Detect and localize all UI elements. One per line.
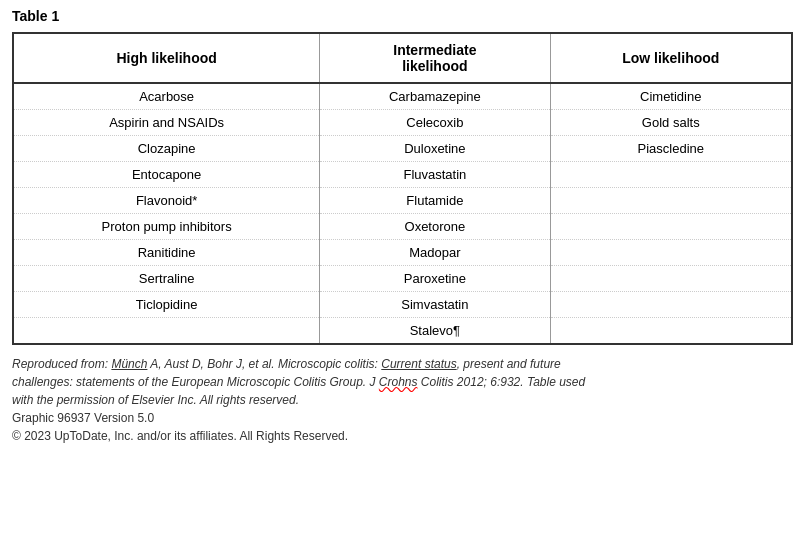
table-header-row: High likelihood Intermediatelikelihood L… (13, 33, 792, 83)
table-cell: Fluvastatin (320, 162, 550, 188)
table-row: Proton pump inhibitorsOxetorone (13, 214, 792, 240)
footer: Reproduced from: Münch A, Aust D, Bohr J… (12, 355, 793, 445)
table-row: AcarboseCarbamazepineCimetidine (13, 83, 792, 110)
table-cell: Gold salts (550, 110, 792, 136)
table-cell: Flutamide (320, 188, 550, 214)
table-cell (550, 188, 792, 214)
table-cell: Duloxetine (320, 136, 550, 162)
table-row: SertralineParoxetine (13, 266, 792, 292)
table-cell (550, 162, 792, 188)
table-cell (550, 240, 792, 266)
table-cell: Aspirin and NSAIDs (13, 110, 320, 136)
table-cell: Piascledine (550, 136, 792, 162)
table-cell (13, 318, 320, 345)
table-row: Flavonoid*Flutamide (13, 188, 792, 214)
col-header-low: Low likelihood (550, 33, 792, 83)
table-cell: Stalevo¶ (320, 318, 550, 345)
col-header-high: High likelihood (13, 33, 320, 83)
table-cell: Carbamazepine (320, 83, 550, 110)
table-cell: Ranitidine (13, 240, 320, 266)
table-row: ClozapineDuloxetinePiascledine (13, 136, 792, 162)
main-table: High likelihood Intermediatelikelihood L… (12, 32, 793, 345)
table-cell: Madopar (320, 240, 550, 266)
table-row: Stalevo¶ (13, 318, 792, 345)
table-row: Aspirin and NSAIDsCelecoxibGold salts (13, 110, 792, 136)
col-header-intermediate: Intermediatelikelihood (320, 33, 550, 83)
table-row: TiclopidineSimvastatin (13, 292, 792, 318)
table-cell (550, 318, 792, 345)
table-cell: Paroxetine (320, 266, 550, 292)
table-cell: Sertraline (13, 266, 320, 292)
table-cell: Proton pump inhibitors (13, 214, 320, 240)
table-cell (550, 214, 792, 240)
table-cell (550, 266, 792, 292)
table-cell: Entocapone (13, 162, 320, 188)
table-cell: Ticlopidine (13, 292, 320, 318)
table-cell: Simvastatin (320, 292, 550, 318)
footer-line1: Reproduced from: Münch A, Aust D, Bohr J… (12, 355, 793, 373)
footer-line4: Graphic 96937 Version 5.0 (12, 409, 793, 427)
footer-line3: with the permission of Elsevier Inc. All… (12, 391, 793, 409)
footer-line2: challenges: statements of the European M… (12, 373, 793, 391)
table-cell: Acarbose (13, 83, 320, 110)
footer-line5: © 2023 UpToDate, Inc. and/or its affilia… (12, 427, 793, 445)
table-cell: Flavonoid* (13, 188, 320, 214)
table-cell (550, 292, 792, 318)
table-cell: Oxetorone (320, 214, 550, 240)
table-title: Table 1 (12, 8, 793, 24)
table-cell: Celecoxib (320, 110, 550, 136)
table-cell: Clozapine (13, 136, 320, 162)
table-cell: Cimetidine (550, 83, 792, 110)
table-row: EntocaponeFluvastatin (13, 162, 792, 188)
table-row: RanitidineMadopar (13, 240, 792, 266)
